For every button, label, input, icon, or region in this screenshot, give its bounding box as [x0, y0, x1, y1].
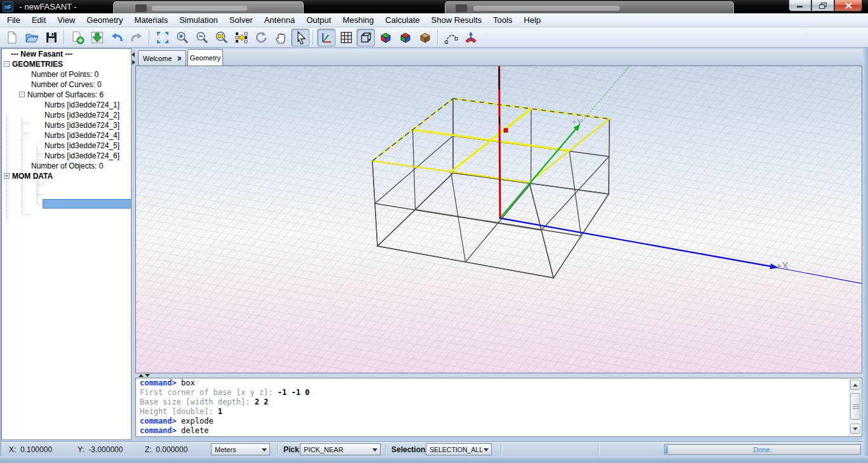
tree-selection-highlight — [43, 199, 132, 209]
menu-view[interactable]: View — [51, 13, 81, 27]
scrollbar-thumb[interactable] — [850, 393, 860, 420]
new-file-button[interactable] — [3, 29, 21, 46]
menu-show-results[interactable]: Show Results — [426, 13, 487, 27]
axis-label-y: +Y — [572, 117, 583, 127]
toolbar-separator — [149, 30, 150, 45]
fit-view-button[interactable] — [153, 29, 172, 46]
menu-bar: File Edit View Geometry Materials Simula… — [0, 13, 868, 27]
menu-tools[interactable]: Tools — [487, 13, 518, 27]
tab-close-icon[interactable] — [177, 56, 181, 61]
save-button[interactable] — [42, 29, 60, 46]
viewport-3d[interactable]: +Y+X — [135, 66, 862, 373]
tree-item-objects[interactable]: Number of Objects: 0 — [31, 162, 103, 171]
tree-root[interactable]: --- New Fasant --- — [11, 50, 72, 59]
scroll-down-button[interactable] — [850, 424, 860, 434]
collapse-icon[interactable]: - — [4, 61, 10, 67]
tree-item-points[interactable]: Number of Points: 0 — [31, 70, 98, 79]
tree-item-nurbs-6-selected[interactable]: Nurbs [id3edde724_6] — [44, 151, 119, 161]
swap-view-icon — [234, 31, 248, 45]
close-button[interactable] — [834, 0, 862, 11]
tree-item-geometries[interactable]: GEOMETRIES — [12, 60, 63, 69]
title-bar[interactable]: nF - newFASANT - — [0, 0, 868, 13]
tree-item-nurbs-1[interactable]: Nurbs [id3edde724_1] — [44, 100, 119, 110]
menu-meshing[interactable]: Meshing — [337, 13, 379, 27]
tree-guide — [23, 214, 31, 215]
collapse-left-icon[interactable] — [132, 52, 135, 57]
expand-up-icon[interactable] — [139, 374, 144, 377]
open-folder-button[interactable] — [22, 29, 41, 46]
view-wireframe-button[interactable] — [356, 29, 375, 46]
tree-item-curves[interactable]: Number of Curves: 0 — [31, 80, 102, 90]
command-console[interactable]: command> box First corner of base [x y z… — [135, 378, 862, 437]
redo-button[interactable] — [127, 29, 146, 46]
viewport-canvas[interactable]: +Y+X — [136, 66, 862, 373]
tree-item-nurbs-2[interactable]: Nurbs [id3edde724_2] — [44, 111, 119, 120]
selection-label: Selection: — [391, 445, 428, 454]
show-grid-button[interactable] — [337, 29, 355, 46]
menu-file[interactable]: File — [1, 13, 26, 27]
toolbar — [0, 27, 868, 48]
window-frame — [0, 48, 1, 456]
menu-output[interactable]: Output — [301, 13, 337, 27]
panel-splitter-horizontal[interactable] — [135, 373, 862, 378]
collapse-icon[interactable]: - — [19, 92, 25, 97]
import-geometry-button[interactable] — [88, 29, 106, 46]
tree-item-nurbs-3[interactable]: Nurbs [id3edde724_3] — [44, 121, 119, 130]
rotate-view-button[interactable] — [252, 29, 270, 46]
progress-status-text: Done. — [753, 446, 771, 453]
menu-help[interactable]: Help — [518, 13, 546, 27]
expand-icon[interactable]: + — [4, 173, 10, 179]
swap-view-button[interactable] — [232, 29, 250, 46]
tree-item-surfaces[interactable]: Number of Surfaces: 6 — [27, 90, 104, 100]
progress-fill — [665, 445, 668, 453]
app-logo-icon: nF — [3, 1, 13, 12]
menu-antenna[interactable]: Antenna — [259, 13, 301, 27]
zoom-window-icon — [215, 31, 229, 45]
menu-geometry[interactable]: Geometry — [81, 13, 128, 27]
pan-view-button[interactable] — [271, 29, 290, 46]
menu-calculate[interactable]: Calculate — [379, 13, 425, 27]
background-window — [445, 1, 734, 13]
select-cursor-icon — [294, 31, 308, 45]
new-geometry-button[interactable] — [68, 29, 86, 46]
scroll-up-button[interactable] — [850, 380, 860, 390]
tree-item-nurbs-4[interactable]: Nurbs [id3edde724_4] — [44, 131, 119, 141]
console-line: Base size [width depth]: 2 2 — [136, 397, 862, 407]
collapse-down-icon[interactable] — [145, 374, 150, 377]
parametric-curve-icon — [444, 31, 458, 45]
zoom-window-button[interactable] — [212, 29, 231, 46]
view-solid-flat-button[interactable] — [376, 29, 395, 46]
view-solid-smooth-button[interactable] — [396, 29, 414, 46]
menu-simulation[interactable]: Simulation — [173, 13, 224, 27]
restore-button[interactable] — [811, 0, 834, 11]
menu-edit[interactable]: Edit — [26, 13, 51, 27]
zoom-in-icon — [175, 31, 189, 45]
tree-item-mom-data[interactable]: MOM DATA — [12, 172, 53, 181]
selection-combobox[interactable]: SELECTION_ALL — [426, 443, 492, 455]
redo-icon — [130, 31, 144, 45]
menu-materials[interactable]: Materials — [128, 13, 173, 27]
zoom-out-button[interactable] — [193, 29, 211, 46]
tab-welcome[interactable]: Welcome — [138, 50, 186, 66]
undo-button[interactable] — [107, 29, 126, 46]
zoom-in-button[interactable] — [173, 29, 191, 46]
new-geometry-icon — [71, 31, 85, 45]
show-axes-button[interactable] — [317, 29, 336, 46]
far-field-button[interactable] — [461, 29, 480, 46]
tab-geometry[interactable]: Geometry — [187, 49, 223, 66]
pick-combobox[interactable]: PICK_NEAR — [300, 443, 381, 455]
menu-solver[interactable]: Solver — [224, 13, 259, 27]
tree-guide — [23, 133, 31, 134]
scroll-up-icon — [853, 384, 858, 387]
app-window: nF - newFASANT - File Edit View Geometry… — [0, 0, 868, 463]
parametric-curve-button[interactable] — [442, 29, 460, 46]
point-marker — [504, 128, 508, 132]
select-cursor-button[interactable] — [291, 29, 309, 46]
units-combobox[interactable]: Meters — [211, 443, 270, 455]
tree-item-nurbs-5[interactable]: Nurbs [id3edde724_5] — [44, 141, 119, 151]
view-solid-textured-button[interactable] — [416, 29, 434, 46]
console-scrollbar[interactable] — [849, 379, 860, 436]
minimize-button[interactable] — [789, 0, 811, 11]
dropdown-arrow-icon — [262, 448, 267, 452]
selection-value: SELECTION_ALL — [430, 446, 483, 453]
